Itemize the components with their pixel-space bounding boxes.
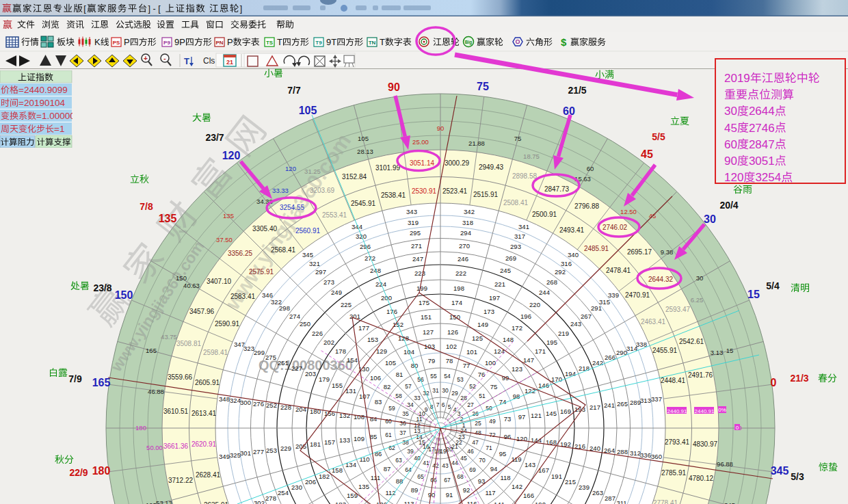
svg-text:4830.97: 4830.97	[693, 440, 718, 448]
svg-text:24: 24	[460, 427, 467, 434]
svg-text:215: 215	[565, 478, 576, 486]
svg-text:30: 30	[696, 274, 704, 282]
svg-text:PS: PS	[113, 40, 120, 46]
svg-text:12.50: 12.50	[620, 208, 637, 215]
svg-text:194: 194	[565, 370, 576, 377]
svg-text:135: 135	[358, 483, 369, 490]
svg-text:182: 182	[319, 473, 330, 480]
svg-text:202: 202	[323, 339, 334, 346]
svg-text:0: 0	[771, 377, 777, 388]
svg-text:341: 341	[518, 223, 529, 230]
svg-text:2523.41: 2523.41	[442, 187, 468, 195]
svg-text:250: 250	[300, 320, 310, 328]
svg-text:201: 201	[349, 313, 360, 320]
svg-text:88: 88	[396, 477, 403, 485]
svg-text:312: 312	[630, 449, 641, 457]
svg-text:174: 174	[451, 299, 462, 306]
svg-text:+: +	[144, 55, 148, 62]
svg-text:2598.41: 2598.41	[203, 349, 228, 356]
svg-text:21/5: 21/5	[568, 85, 586, 96]
svg-text:226: 226	[312, 330, 323, 337]
svg-text:57: 57	[405, 383, 412, 390]
svg-text:46.88: 46.88	[148, 388, 164, 395]
svg-text:272: 272	[365, 254, 375, 262]
svg-text:241: 241	[604, 401, 615, 409]
svg-text:49: 49	[489, 418, 496, 425]
svg-text:79: 79	[428, 357, 436, 364]
svg-text:2847: 2847	[749, 138, 775, 151]
svg-text:180: 180	[92, 465, 111, 477]
svg-text:$: $	[561, 36, 567, 48]
svg-text:2620.91: 2620.91	[191, 440, 217, 448]
svg-text:94: 94	[490, 465, 498, 473]
svg-text:7/9: 7/9	[68, 373, 82, 384]
svg-text:Big: Big	[465, 40, 473, 45]
svg-text:50.00: 50.00	[146, 444, 163, 451]
svg-text:3051: 3051	[749, 155, 775, 168]
svg-text:29: 29	[451, 390, 458, 397]
svg-text:27: 27	[467, 401, 474, 408]
svg-text:198: 198	[453, 284, 464, 292]
svg-text:220: 220	[529, 301, 540, 308]
svg-text:141: 141	[494, 501, 505, 504]
svg-text:2644: 2644	[749, 105, 775, 118]
svg-text:33: 33	[414, 395, 421, 401]
svg-text:277: 277	[253, 448, 264, 455]
svg-text:] - [: ] - [	[148, 4, 161, 14]
svg-text:75: 75	[490, 383, 498, 390]
svg-text:60: 60	[587, 165, 594, 172]
svg-text:348: 348	[219, 395, 230, 403]
svg-text:273: 273	[323, 278, 334, 286]
svg-text:2470.91: 2470.91	[625, 291, 650, 299]
svg-text:105: 105	[299, 105, 317, 116]
svg-text:71: 71	[486, 445, 492, 451]
svg-text:109: 109	[354, 435, 365, 442]
svg-text:45: 45	[724, 122, 737, 135]
svg-text:196: 196	[520, 313, 531, 320]
svg-text:2778.41: 2778.41	[653, 499, 678, 504]
svg-text:178: 178	[335, 347, 346, 355]
svg-text:89: 89	[411, 486, 419, 494]
svg-text:3000.29: 3000.29	[445, 159, 470, 167]
svg-text:271: 271	[411, 242, 422, 250]
svg-text:3457.96: 3457.96	[189, 308, 215, 315]
svg-text:2898.58: 2898.58	[512, 172, 538, 180]
svg-text:118: 118	[500, 474, 510, 481]
svg-text:75: 75	[514, 135, 522, 142]
svg-text:2746: 2746	[749, 122, 775, 135]
svg-text:2538.41: 2538.41	[381, 191, 406, 199]
svg-text:295: 295	[410, 229, 421, 237]
svg-text:96: 96	[504, 433, 512, 440]
svg-text:154: 154	[347, 356, 358, 364]
svg-text:108: 108	[354, 413, 365, 421]
svg-text:2553.41: 2553.41	[322, 211, 347, 219]
svg-text:90: 90	[724, 155, 737, 168]
svg-text:203: 203	[305, 370, 316, 377]
svg-text:166: 166	[523, 492, 534, 499]
svg-text:120: 120	[222, 150, 241, 161]
svg-text:4780.12: 4780.12	[689, 475, 714, 482]
svg-text:96.88: 96.88	[717, 460, 733, 468]
svg-text:3559.66: 3559.66	[168, 373, 193, 381]
svg-text:30: 30	[442, 387, 449, 394]
svg-text:2500.91: 2500.91	[532, 211, 557, 218]
svg-text:TS: TS	[266, 40, 274, 46]
svg-text:167: 167	[538, 466, 549, 474]
svg-text:347: 347	[234, 341, 245, 348]
svg-text:346: 346	[262, 291, 273, 299]
svg-text:3254: 3254	[755, 171, 781, 184]
svg-text:35: 35	[402, 410, 409, 417]
svg-text:84: 84	[370, 415, 377, 423]
svg-text:325: 325	[230, 451, 241, 459]
svg-text:P: P	[227, 37, 233, 47]
svg-text:300: 300	[240, 399, 251, 406]
svg-text:=1: =1	[54, 124, 64, 134]
svg-text:51: 51	[479, 393, 486, 399]
svg-text:172: 172	[512, 324, 522, 332]
svg-text:3101.99: 3101.99	[375, 164, 401, 172]
svg-text:292: 292	[555, 268, 566, 276]
svg-text:222: 222	[455, 269, 466, 277]
svg-text:33.33: 33.33	[272, 187, 289, 194]
svg-text:20/4: 20/4	[719, 200, 738, 211]
svg-text:221: 221	[494, 280, 505, 288]
